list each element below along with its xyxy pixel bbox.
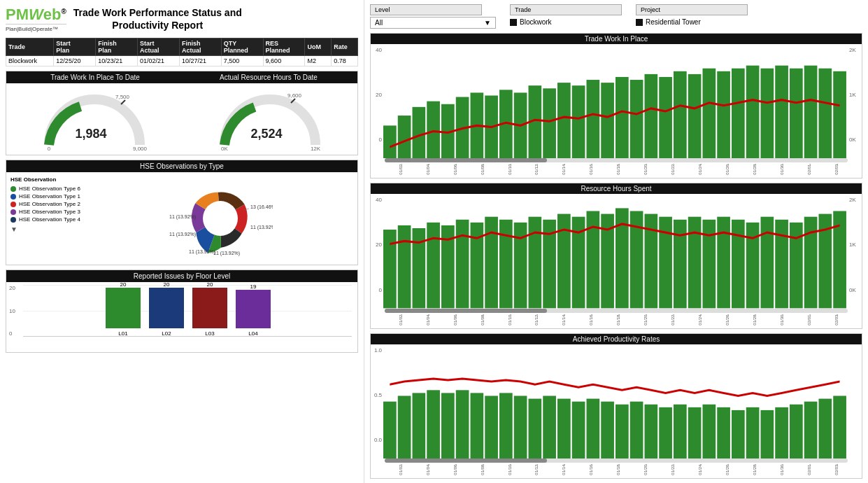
svg-rect-18	[383, 125, 397, 158]
x-label-7: 01/14/21	[562, 164, 573, 175]
svg-rect-101	[659, 407, 672, 458]
svg-text:11 (13.92%): 11 (13.92%)	[213, 251, 240, 256]
y-label-20: 20	[9, 285, 15, 291]
chart-wip-svg	[383, 44, 848, 158]
chart-rh-y-right: 2K 1K 0K	[848, 194, 862, 308]
svg-rect-109	[775, 407, 788, 458]
hse-legend-item-2: HSE Observation Type 1	[10, 193, 80, 200]
svg-text:2,524: 2,524	[250, 127, 282, 141]
filter-level-value: All	[375, 19, 383, 27]
svg-text:13 (16.46%): 13 (16.46%)	[250, 204, 273, 210]
svg-rect-113	[833, 396, 846, 458]
floor-bar-l02: 20 L02	[149, 281, 184, 337]
svg-rect-96	[587, 398, 600, 458]
chart-rh-header: Resource Hours Spent	[371, 183, 862, 194]
svg-rect-74	[732, 220, 745, 309]
svg-rect-106	[732, 410, 745, 458]
bar-l02	[149, 288, 184, 328]
svg-rect-35	[630, 80, 643, 158]
y-40: 40	[372, 47, 382, 53]
x-label-6: 01/12/21	[534, 164, 546, 175]
rh-y-20: 20	[372, 241, 382, 248]
hse-dot-3	[10, 202, 16, 207]
floor-bars: 20 L01 20 L02 20 L03 19	[26, 281, 350, 337]
svg-rect-38	[674, 71, 687, 159]
chart-pr-canvas	[383, 344, 848, 458]
svg-rect-82	[383, 401, 397, 458]
svg-rect-93	[543, 396, 556, 458]
x-label-4: 01/08/21	[480, 164, 491, 175]
filter-project-value: Residential Tower	[646, 18, 701, 26]
bar-val-l01: 20	[120, 281, 127, 288]
filter-level-select[interactable]: All ▼	[370, 17, 496, 29]
hse-label-1: HSE Observation Type 6	[19, 186, 80, 192]
hse-legend-item-4: HSE Observation Type 3	[10, 209, 80, 215]
chart-wip-scrollbar[interactable]	[385, 158, 848, 162]
gauge-right: 2,524 0K 12K 9,600	[182, 83, 357, 155]
filter-trade: Trade Blockwork	[510, 4, 622, 27]
svg-text:11 (13.92%): 11 (13.92%)	[169, 232, 196, 237]
svg-text:0: 0	[47, 146, 50, 152]
svg-rect-102	[674, 404, 687, 458]
hse-label-5: HSE Observation Type 4	[19, 216, 80, 223]
chart-rh-x-labels: 01/02/21 01/04/21 01/06/21 01/08/21 01/1…	[371, 314, 862, 328]
pr-y-00: 0.0	[372, 437, 382, 443]
svg-rect-104	[703, 404, 716, 458]
svg-rect-71	[688, 217, 702, 309]
svg-rect-36	[645, 74, 658, 158]
x-label-5: 01/10/21	[507, 164, 518, 175]
svg-rect-51	[398, 225, 411, 308]
chart-pr-scrollbar[interactable]	[385, 458, 848, 463]
hse-legend-item-1: HSE Observation Type 6	[10, 186, 80, 192]
gauges-header: Trade Work In Place To Date Actual Resou…	[6, 71, 357, 83]
svg-rect-95	[572, 401, 585, 458]
hse-legend-item-5: HSE Observation Type 4	[10, 216, 80, 223]
logo-pm: PM	[6, 6, 29, 23]
col-start-actual: StartActual	[138, 38, 180, 56]
svg-rect-42	[732, 69, 745, 159]
chart-rh-svg	[383, 194, 848, 308]
svg-rect-98	[616, 404, 629, 458]
gauge-left-svg: 1,984 0 9,000 7,500	[38, 89, 150, 152]
right-panel: Level All ▼ Trade Blockwork Project Resi…	[364, 0, 868, 483]
chart-pr-scrollbar-thumb	[385, 458, 547, 463]
chart-pr-y-left: 1.0 0.5 0.0	[371, 344, 383, 458]
bar-val-l02: 20	[164, 281, 170, 288]
filter-level: Level All ▼	[370, 4, 496, 29]
chart-rh-scrollbar[interactable]	[385, 309, 848, 313]
hse-donut-svg: 13 (16.46%) 11 (13.92%) 11 (13.92%) 11 (…	[168, 176, 273, 260]
rh-yr-0k: 0K	[849, 287, 860, 293]
svg-rect-45	[775, 66, 788, 159]
floor-y-axis: 20 10 0	[9, 285, 15, 337]
svg-rect-62	[557, 214, 571, 309]
chart-pr-svg	[383, 344, 848, 458]
svg-rect-47	[804, 66, 818, 159]
x-label-13: 01/26/21	[725, 164, 737, 175]
svg-rect-44	[761, 69, 774, 159]
hse-dot-1	[10, 186, 16, 192]
svg-rect-77	[775, 220, 788, 309]
logo-area: PMWeb® Plan|Build|Operate™	[6, 6, 66, 32]
svg-rect-91	[514, 396, 527, 458]
y-0: 0	[372, 136, 382, 143]
hse-legend-header: HSE Observation	[10, 176, 80, 183]
svg-rect-85	[427, 390, 440, 458]
x-label-14: 01/28/21	[753, 164, 764, 175]
table-row: Blockwork 12/25/20 10/23/21 01/02/21 10/…	[6, 56, 358, 66]
svg-rect-58	[499, 220, 513, 309]
svg-text:11 (13.92%): 11 (13.92%)	[250, 225, 273, 230]
svg-point-10	[203, 201, 238, 236]
svg-rect-84	[413, 393, 426, 458]
filter-trade-value: Blockwork	[520, 18, 552, 26]
cell-start-actual: 01/02/21	[138, 56, 180, 66]
col-start-plan: StartPlan	[54, 38, 96, 56]
chart-wip-scrollbar-thumb	[385, 158, 547, 162]
cell-rate: 0.78	[332, 56, 358, 66]
svg-rect-79	[804, 217, 818, 309]
chart-pr-header: Achieved Productivity Rates	[371, 334, 862, 344]
svg-rect-70	[674, 220, 687, 309]
hse-header: HSE Observations by Type	[6, 160, 357, 172]
x-label-11: 01/22/21	[671, 164, 682, 175]
svg-rect-49	[833, 71, 846, 159]
cell-finish-actual: 10/27/21	[179, 56, 221, 66]
